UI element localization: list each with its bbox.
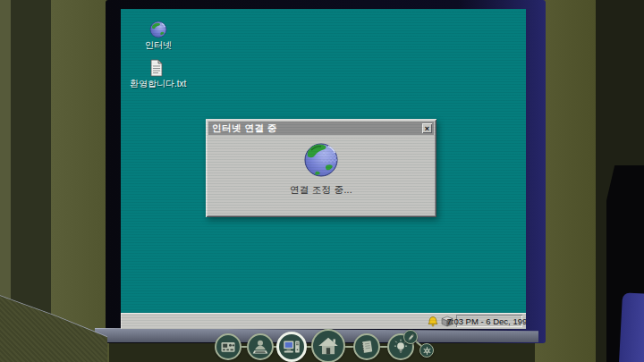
desktop-icon-label: 인터넷 [131, 40, 185, 50]
control-device-icon [219, 338, 237, 356]
bell-icon[interactable] [428, 315, 438, 327]
close-icon[interactable]: × [422, 123, 432, 133]
computer-icon [282, 337, 301, 357]
dock-item-person[interactable] [247, 333, 274, 360]
dialog-titlebar[interactable]: 인터넷 연결 중 × [208, 122, 434, 135]
monitor-side-casing [51, 0, 109, 362]
desktop-icon-internet[interactable]: 인터넷 [131, 21, 185, 50]
dock-item-pencil[interactable] [403, 330, 418, 344]
taskbar-clock[interactable]: 7:03 PM - 6 Dec, 1998 [456, 315, 522, 327]
globe-icon [149, 21, 167, 38]
taskbar: 7:03 PM - 6 Dec, 1998 [121, 313, 526, 329]
dock-item-home[interactable] [311, 329, 345, 362]
notebook-icon [358, 338, 376, 356]
system-tray: 7:03 PM - 6 Dec, 1998 [428, 314, 522, 328]
dock-item-control-device[interactable] [215, 333, 242, 360]
scene: 인터넷 환영합니다.txt 인터넷 연결 중 × [0, 0, 644, 362]
dialog-internet-connecting: 인터넷 연결 중 × [206, 119, 436, 217]
dock-item-computer[interactable] [276, 332, 307, 362]
desktop-icon-welcome-file[interactable]: 환영합니다.txt [130, 59, 183, 88]
screen-desktop: 인터넷 환영합니다.txt 인터넷 연결 중 × [121, 9, 526, 329]
dialog-message: 연결 조정 중... [206, 184, 436, 197]
house-icon [317, 334, 340, 358]
gear-icon [422, 346, 432, 356]
dialog-title: 인터넷 연결 중 [212, 122, 422, 135]
pencil-icon [406, 333, 416, 342]
desktop-icon-label: 환영합니다.txt [130, 79, 183, 88]
dock-item-notebook[interactable] [353, 333, 380, 360]
person-keyboard-icon [251, 338, 269, 356]
globe-icon [303, 141, 339, 179]
text-file-icon [149, 59, 164, 77]
dock-item-settings[interactable] [419, 343, 434, 358]
blue-object [619, 292, 644, 362]
